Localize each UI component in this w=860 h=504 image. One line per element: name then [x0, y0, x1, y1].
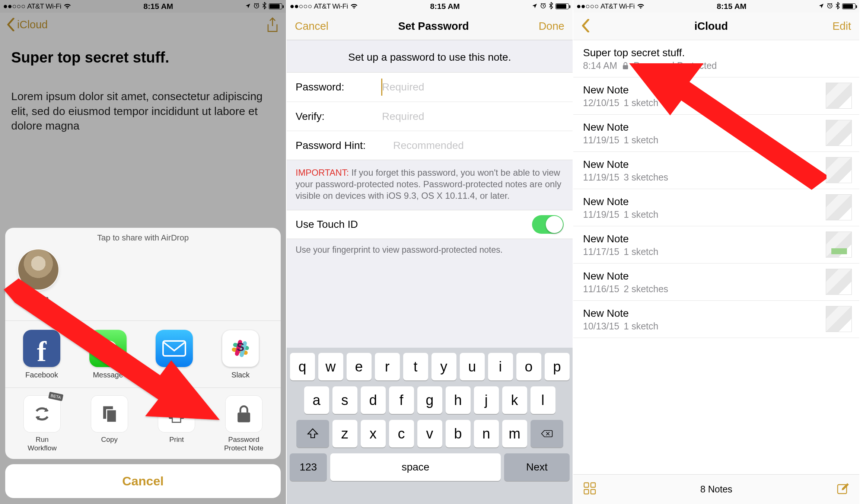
action-print[interactable]: Print	[146, 395, 207, 452]
share-app-mail[interactable]: Mail	[144, 330, 204, 379]
mail-icon	[156, 330, 193, 367]
status-time: 8:15 AM	[717, 2, 746, 11]
key-d[interactable]: d	[361, 386, 386, 414]
note-row[interactable]: Super top secret stuff.8:14 AMPassword P…	[573, 40, 859, 77]
verify-input[interactable]	[381, 110, 564, 123]
key-shift[interactable]	[296, 420, 329, 447]
share-app-message[interactable]: Message	[78, 330, 138, 379]
note-row[interactable]: New Note11/19/151 sketch	[573, 115, 859, 152]
key-backspace[interactable]	[531, 420, 563, 447]
share-app-slack[interactable]: S Slack	[211, 330, 270, 379]
done-button[interactable]: Done	[539, 20, 564, 32]
note-row[interactable]: New Note11/19/153 sketches	[573, 152, 859, 189]
note-thumbnail	[826, 306, 852, 332]
key-g[interactable]: g	[417, 386, 442, 414]
note-row-time: 11/16/15	[583, 284, 619, 294]
cancel-button[interactable]: Cancel	[5, 464, 281, 498]
navbar-title: iCloud	[694, 20, 728, 32]
avatar	[18, 249, 58, 290]
key-n[interactable]: n	[474, 420, 499, 447]
notes-list: Super top secret stuff.8:14 AMPassword P…	[573, 40, 859, 338]
note-row-title: New Note	[583, 121, 850, 133]
note-row[interactable]: New Note10/13/151 sketch	[573, 301, 859, 338]
key-m[interactable]: m	[502, 420, 527, 447]
svg-rect-19	[584, 489, 589, 494]
location-icon	[532, 2, 538, 11]
alarm-icon	[826, 2, 833, 11]
share-actions-row: BETA Run Workflow Copy Print	[5, 388, 281, 459]
key-l[interactable]: l	[531, 386, 555, 414]
share-sheet: Tap to share with AirDrop Jason iMac f F…	[5, 228, 281, 498]
key-t[interactable]: t	[403, 353, 428, 380]
share-card: Tap to share with AirDrop Jason iMac f F…	[5, 228, 281, 459]
hint-row: Password Hint:	[287, 131, 573, 160]
key-c[interactable]: c	[389, 420, 414, 447]
back-button[interactable]	[582, 19, 590, 34]
airdrop-name: Jason	[28, 294, 49, 303]
cancel-button[interactable]: Cancel	[295, 20, 328, 32]
note-row-time: 11/19/15	[583, 172, 619, 183]
touchid-toggle[interactable]	[532, 215, 564, 234]
key-v[interactable]: v	[417, 420, 442, 447]
svg-rect-8	[106, 410, 116, 422]
key-e[interactable]: e	[347, 353, 372, 380]
key-p[interactable]: p	[545, 353, 570, 380]
app-label: Slack	[232, 371, 250, 379]
action-label: Print	[169, 436, 184, 444]
key-h[interactable]: h	[446, 386, 471, 414]
note-row[interactable]: New Note11/16/152 sketches	[573, 264, 859, 301]
svg-rect-18	[591, 483, 595, 487]
key-a[interactable]: a	[304, 386, 329, 414]
action-password-protect[interactable]: Password Protect Note	[214, 395, 274, 452]
note-row[interactable]: New Note12/10/151 sketch	[573, 77, 859, 115]
compose-button[interactable]	[836, 482, 850, 497]
carrier-label: AT&T Wi-Fi	[601, 2, 634, 10]
bluetooth-icon	[549, 2, 553, 11]
action-label: Copy	[101, 436, 118, 444]
grid-view-button[interactable]	[583, 482, 596, 497]
note-thumbnail	[826, 83, 852, 109]
status-time: 8:15 AM	[430, 2, 460, 11]
password-input[interactable]	[381, 81, 564, 93]
key-s[interactable]: s	[332, 386, 357, 414]
key-u[interactable]: u	[460, 353, 485, 380]
battery-icon	[555, 3, 569, 9]
key-b[interactable]: b	[446, 420, 471, 447]
key-k[interactable]: k	[502, 386, 527, 414]
key-j[interactable]: j	[474, 386, 499, 414]
action-copy[interactable]: Copy	[79, 395, 140, 452]
touchid-row: Use Touch ID	[287, 210, 573, 239]
password-label: Password:	[296, 81, 381, 93]
touchid-hint: Use your fingerprint to view password-pr…	[287, 239, 573, 261]
key-space[interactable]: space	[330, 453, 501, 481]
note-row[interactable]: New Note11/19/151 sketch	[573, 189, 859, 226]
message-icon	[89, 330, 127, 367]
note-row[interactable]: New Note11/17/151 sketch	[573, 226, 859, 264]
copy-icon	[91, 395, 128, 433]
key-w[interactable]: w	[318, 353, 343, 380]
key-i[interactable]: i	[488, 353, 513, 380]
app-label: Message	[93, 371, 123, 379]
edit-button[interactable]: Edit	[832, 20, 851, 32]
key-y[interactable]: y	[431, 353, 456, 380]
key-q[interactable]: q	[290, 353, 315, 380]
key-next[interactable]: Next	[504, 453, 570, 481]
note-row-extra: 1 sketch	[624, 135, 658, 146]
note-row-extra: 2 sketches	[624, 284, 668, 294]
airdrop-target[interactable]: Jason iMac	[14, 249, 63, 312]
navbar-title: Set Password	[398, 20, 469, 32]
hint-input[interactable]	[392, 139, 564, 152]
key-o[interactable]: o	[516, 353, 541, 380]
share-app-facebook[interactable]: f Facebook	[12, 330, 71, 379]
key-z[interactable]: z	[332, 420, 357, 447]
alarm-icon	[540, 2, 547, 11]
print-icon	[158, 395, 195, 433]
panel-set-password: AT&T Wi-Fi 8:15 AM Cancel Set Password D…	[287, 0, 573, 504]
key-x[interactable]: x	[361, 420, 386, 447]
shift-icon	[306, 427, 319, 440]
action-label: Password Protect Note	[224, 436, 264, 452]
action-run-workflow[interactable]: BETA Run Workflow	[12, 395, 73, 452]
key-123[interactable]: 123	[290, 453, 327, 481]
key-r[interactable]: r	[375, 353, 400, 380]
key-f[interactable]: f	[389, 386, 414, 414]
